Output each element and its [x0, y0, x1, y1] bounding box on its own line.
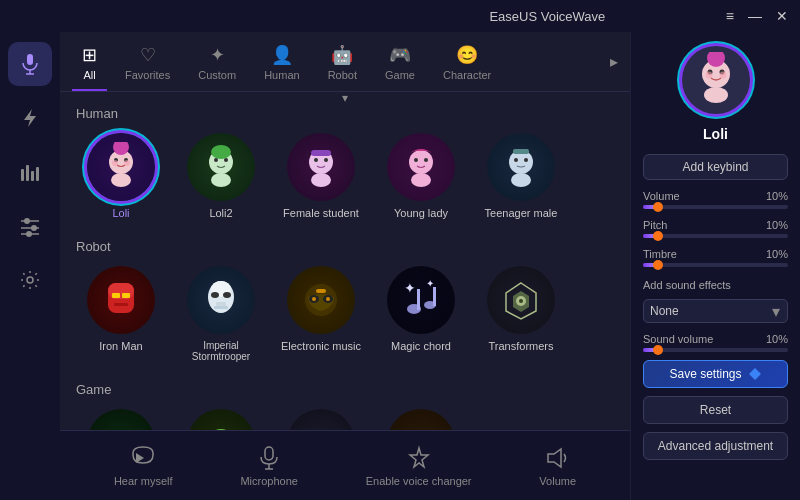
tab-custom[interactable]: ✦ Custom [188, 40, 246, 91]
save-settings-button[interactable]: Save settings [643, 360, 788, 388]
sound-volume-slider-track[interactable] [643, 348, 788, 352]
voice-avatar-iron-man [87, 266, 155, 334]
enable-voice-label: Enable voice changer [366, 475, 472, 487]
volume-slider-thumb[interactable] [653, 202, 663, 212]
add-keybind-button[interactable]: Add keybind [643, 154, 788, 180]
sidebar-item-microphone[interactable] [8, 42, 52, 86]
voice-name-young-lady: Young lady [394, 207, 448, 219]
svg-point-30 [314, 158, 318, 162]
selected-avatar [682, 46, 750, 114]
minimize-icon[interactable]: — [748, 8, 762, 24]
bottom-microphone[interactable]: Microphone [240, 445, 297, 487]
svg-point-31 [324, 158, 328, 162]
diamond-icon [748, 367, 762, 381]
svg-point-21 [124, 160, 130, 166]
voice-name-iron-man: Iron Man [99, 340, 142, 352]
effects-select-row[interactable]: None Echo Reverb Chorus [643, 299, 788, 323]
tab-more-icon[interactable]: ▸ [610, 52, 618, 79]
svg-rect-7 [36, 167, 39, 181]
svg-point-16 [111, 173, 131, 187]
svg-rect-43 [112, 293, 120, 298]
svg-point-48 [211, 292, 219, 298]
tab-custom-label: Custom [198, 69, 236, 81]
svg-point-9 [24, 218, 30, 224]
voice-card-young-lady[interactable]: Young lady [376, 133, 466, 219]
bottom-hear-myself[interactable]: Hear myself [114, 445, 173, 487]
voice-name-loli: Loli [112, 207, 129, 219]
svg-point-23 [211, 173, 231, 187]
voice-card-teenager-male[interactable]: Teenager male [476, 133, 566, 219]
svg-point-91 [704, 87, 728, 103]
voice-card-game2[interactable] [176, 409, 266, 430]
advanced-adjustment-button[interactable]: Advanced adjustment [643, 432, 788, 460]
svg-point-11 [31, 225, 37, 231]
sound-volume-slider-thumb[interactable] [653, 345, 663, 355]
pitch-slider-track[interactable] [643, 234, 788, 238]
tab-expand-icon[interactable]: ▾ [342, 91, 348, 105]
voice-card-female-student[interactable]: Female student [276, 133, 366, 219]
sidebar-item-settings[interactable] [8, 258, 52, 302]
svg-point-35 [424, 158, 428, 162]
svg-point-28 [311, 173, 331, 187]
effects-select[interactable]: None Echo Reverb Chorus [643, 299, 788, 323]
voice-card-game3[interactable] [276, 409, 366, 430]
svg-point-95 [705, 72, 712, 79]
timbre-slider-thumb[interactable] [653, 260, 663, 270]
svg-point-34 [414, 158, 418, 162]
volume-label-text: Volume [643, 190, 680, 202]
volume-slider-track[interactable] [643, 205, 788, 209]
window-controls[interactable]: ≡ — ✕ [726, 8, 788, 24]
tab-game[interactable]: 🎮 Game [375, 40, 425, 91]
close-icon[interactable]: ✕ [776, 8, 788, 24]
tab-robot[interactable]: 🤖 Robot [318, 40, 367, 91]
voice-card-electronic[interactable]: Electronic music [276, 266, 366, 362]
bottom-bar: Hear myself Microphone Enable voice chan… [60, 430, 630, 500]
microphone-label: Microphone [240, 475, 297, 487]
microphone-icon [256, 445, 282, 471]
svg-marker-84 [136, 453, 144, 463]
sound-volume-slider-row: Sound volume 10% [643, 333, 788, 352]
tab-human[interactable]: 👤 Human [254, 40, 309, 91]
tab-all[interactable]: ⊞ All [72, 40, 107, 91]
tab-character-icon: 😊 [456, 44, 478, 66]
voice-card-iron-man[interactable]: Iron Man [76, 266, 166, 362]
menu-icon[interactable]: ≡ [726, 8, 734, 24]
sidebar-item-equalizer[interactable] [8, 150, 52, 194]
bottom-volume[interactable]: Volume [539, 445, 576, 487]
svg-marker-97 [749, 368, 761, 380]
voice-avatar-teenager-male [487, 133, 555, 201]
voice-card-magic-chord[interactable]: ✦ ✦ Magic chord [376, 266, 466, 362]
voice-card-loli[interactable]: Loli [76, 133, 166, 219]
voice-name-female-student: Female student [283, 207, 359, 219]
sound-volume-label-text: Sound volume [643, 333, 713, 345]
voice-card-game4[interactable] [376, 409, 466, 430]
sidebar-item-mixer[interactable] [8, 204, 52, 248]
svg-rect-44 [122, 293, 130, 298]
voice-card-transformers[interactable]: Transformers [476, 266, 566, 362]
timbre-slider-track[interactable] [643, 263, 788, 267]
voice-list: Human [60, 92, 630, 430]
tab-robot-label: Robot [328, 69, 357, 81]
svg-point-72 [207, 429, 235, 430]
voice-name-teenager-male: Teenager male [485, 207, 558, 219]
tab-favorites[interactable]: ♡ Favorites [115, 40, 180, 91]
sidebar-item-lightning[interactable] [8, 96, 52, 140]
voice-card-stormtrooper[interactable]: Imperial Stormtrooper [176, 266, 266, 362]
svg-rect-57 [316, 289, 326, 293]
voice-name-electronic: Electronic music [281, 340, 361, 352]
voice-name-magic-chord: Magic chord [391, 340, 451, 352]
tab-human-icon: 👤 [271, 44, 293, 66]
app-title: EaseUS VoiceWave [369, 9, 726, 24]
pitch-slider-thumb[interactable] [653, 231, 663, 241]
bottom-enable-voice[interactable]: Enable voice changer [366, 445, 472, 487]
voice-card-loli2[interactable]: Loli2 [176, 133, 266, 219]
svg-rect-5 [26, 165, 29, 181]
voice-card-game1[interactable] [76, 409, 166, 430]
pitch-slider-row: Pitch 10% [643, 219, 788, 238]
svg-point-33 [411, 173, 431, 187]
svg-rect-59 [417, 289, 420, 310]
svg-point-24 [211, 145, 231, 159]
tab-character[interactable]: 😊 Character [433, 40, 501, 91]
svg-rect-85 [265, 447, 273, 460]
reset-button[interactable]: Reset [643, 396, 788, 424]
